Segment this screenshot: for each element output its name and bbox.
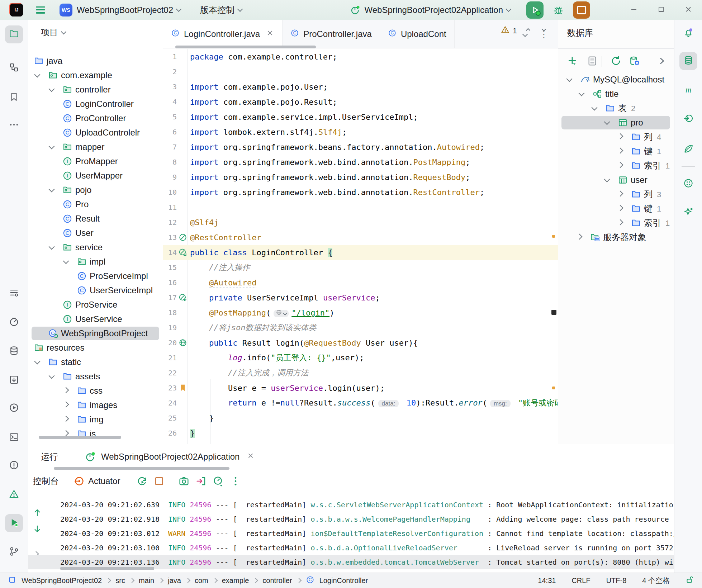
tree-item-service[interactable]: service	[28, 240, 163, 255]
tree-item-pro[interactable]: CPro	[28, 197, 163, 212]
code-line-4[interactable]: 4import com.example.pojo.Result;	[163, 94, 558, 109]
up-arrow-icon[interactable]	[32, 508, 43, 518]
chevron-right-icon[interactable]	[617, 133, 623, 139]
tree-item--[interactable]: 索引1	[558, 158, 674, 173]
tree-item-proservice[interactable]: IProService	[28, 298, 163, 312]
code-line-12[interactable]: 12@Slf4j	[163, 215, 558, 230]
tree-item-css[interactable]: css	[28, 384, 163, 398]
code-line-15[interactable]: 15 //注入操作	[163, 260, 558, 275]
tree-item-user[interactable]: user	[558, 173, 674, 187]
tree-item--[interactable]: 键1	[558, 144, 674, 158]
editor-tab-procontroller-java[interactable]: CProController.java	[283, 20, 380, 48]
tree-item-com-example[interactable]: com.example	[28, 68, 163, 82]
database-tool-button[interactable]	[679, 52, 697, 70]
code-line-22[interactable]: 22 //注入完成，调用方法	[163, 365, 558, 380]
vcs-widget[interactable]: 版本控制	[200, 4, 234, 16]
code-line-5[interactable]: 5import com.example.service.impl.UserSer…	[163, 109, 558, 124]
breadcrumb-item[interactable]: main	[139, 577, 154, 585]
code-line-19[interactable]: 19 //将json数据封装到该实体类	[163, 320, 558, 335]
chevron-down-icon[interactable]	[49, 186, 55, 193]
bookmarks-tool-button[interactable]	[5, 89, 23, 106]
gutter-bookmark-icon[interactable]	[178, 383, 188, 393]
chevron-down-icon[interactable]	[34, 359, 41, 365]
project-panel-header[interactable]: 项目	[41, 27, 66, 38]
tree-item-static[interactable]: static	[28, 355, 163, 369]
chevron-down-icon[interactable]	[539, 25, 549, 37]
chevron-down-icon[interactable]	[34, 72, 41, 78]
indent-setting[interactable]: 4 个空格	[642, 576, 670, 585]
chevron-down-icon[interactable]	[566, 76, 573, 82]
stop-icon[interactable]	[153, 475, 165, 487]
rerun-icon[interactable]	[136, 475, 148, 487]
tree-item-promapper[interactable]: IProMapper	[28, 154, 163, 169]
chevron-right-icon[interactable]	[656, 55, 668, 67]
code-line-23[interactable]: 23 User e = userService.login(user);	[163, 380, 558, 395]
code-area[interactable]: 1package com.example.controller;23import…	[163, 49, 558, 464]
code-line-7[interactable]: 7import org.springframework.beans.factor…	[163, 139, 558, 155]
database-stack-tool-button[interactable]	[5, 342, 23, 360]
code-line-13[interactable]: 13@RestController	[163, 230, 558, 245]
minimize-button[interactable]	[630, 5, 638, 15]
chevron-down-icon[interactable]	[49, 86, 55, 92]
tree-item-procontroller[interactable]: CProController	[28, 111, 163, 125]
lock-icon[interactable]	[686, 575, 694, 586]
chevron-down-icon[interactable]	[63, 258, 69, 264]
tree-item--[interactable]: 表2	[558, 101, 674, 115]
tree-item-img[interactable]: img	[28, 412, 163, 427]
chevron-right-icon[interactable]	[617, 205, 623, 211]
project-hscrollbar[interactable]	[39, 436, 121, 439]
tree-item-js[interactable]: js	[28, 427, 163, 441]
chevron-right-icon[interactable]	[617, 219, 623, 226]
console-tab[interactable]: 控制台	[33, 475, 59, 487]
run-dashboard-tool-button[interactable]	[5, 399, 23, 417]
plugins-tool-button[interactable]	[679, 175, 697, 193]
structure-tool-button[interactable]	[5, 59, 23, 77]
code-line-11[interactable]: 11	[163, 200, 558, 215]
version-control-tool-button[interactable]	[5, 543, 23, 561]
gauge-icon[interactable]	[212, 475, 224, 487]
tree-item--[interactable]: 键1	[558, 201, 674, 216]
caret-position[interactable]: 14:31	[538, 577, 556, 585]
chevron-up-icon[interactable]	[523, 25, 533, 37]
chevron-down-icon[interactable]	[579, 90, 585, 96]
maximize-button[interactable]	[657, 5, 665, 15]
gutter-bean-icon[interactable]	[178, 233, 188, 242]
tree-item--[interactable]: 列3	[558, 187, 674, 201]
code-line-18[interactable]: 18 @PostMapping("/login")	[163, 305, 558, 320]
editor[interactable]: CLoginController.javaCProController.java…	[163, 20, 558, 444]
services-tool-button[interactable]	[5, 284, 23, 302]
tree-item-proserviceimpl[interactable]: CProServiceImpl	[28, 269, 163, 283]
chevron-down-icon[interactable]	[49, 373, 55, 379]
breadcrumb-item[interactable]: java	[168, 577, 181, 585]
code-line-2[interactable]: 2	[163, 64, 558, 79]
inspection-widget[interactable]: 1	[501, 25, 549, 37]
editor-tab-logincontroller-java[interactable]: CLoginController.java	[163, 20, 283, 48]
run-tab[interactable]: WebSpringBootProject02Application	[84, 451, 255, 463]
tree-item-uploadcontrolelr[interactable]: CUploadControlelr	[28, 125, 163, 140]
ddl-icon[interactable]	[587, 55, 599, 67]
code-line-10[interactable]: 10import org.springframework.web.bind.an…	[163, 185, 558, 200]
gutter-beandown-icon[interactable]	[178, 293, 188, 302]
tree-item--[interactable]: 列4	[558, 130, 674, 144]
database-panel-header[interactable]: 数据库	[567, 27, 593, 39]
code-line-21[interactable]: 21 log.info("员工登入: {}",user);	[163, 350, 558, 365]
inspections-tool-button[interactable]	[5, 486, 23, 504]
spring-leaf-tool-button[interactable]	[679, 141, 697, 158]
chevron-right-icon[interactable]	[617, 191, 623, 197]
breadcrumb-item[interactable]: com	[195, 577, 208, 585]
code-line-24[interactable]: 24 return e !=null?Result.success(data: …	[163, 395, 558, 411]
tree-item-images[interactable]: images	[28, 398, 163, 412]
project-folder-tool-button[interactable]	[5, 25, 23, 43]
refresh-icon[interactable]	[610, 55, 622, 67]
tree-item-pro[interactable]: pro	[558, 115, 674, 130]
tree-item-impl[interactable]: impl	[28, 255, 163, 269]
line-separator[interactable]: CRLF	[571, 577, 590, 585]
close-icon[interactable]	[247, 452, 255, 462]
chevron-right-icon[interactable]	[617, 148, 623, 154]
chevron-right-icon[interactable]	[617, 162, 623, 168]
url-inlay-hint[interactable]	[274, 310, 289, 317]
run-tool-button[interactable]	[5, 514, 23, 532]
main-menu-icon[interactable]	[36, 6, 45, 14]
dependencies-tool-button[interactable]	[5, 371, 23, 389]
code-line-16[interactable]: 16 @Autowired	[163, 275, 558, 290]
